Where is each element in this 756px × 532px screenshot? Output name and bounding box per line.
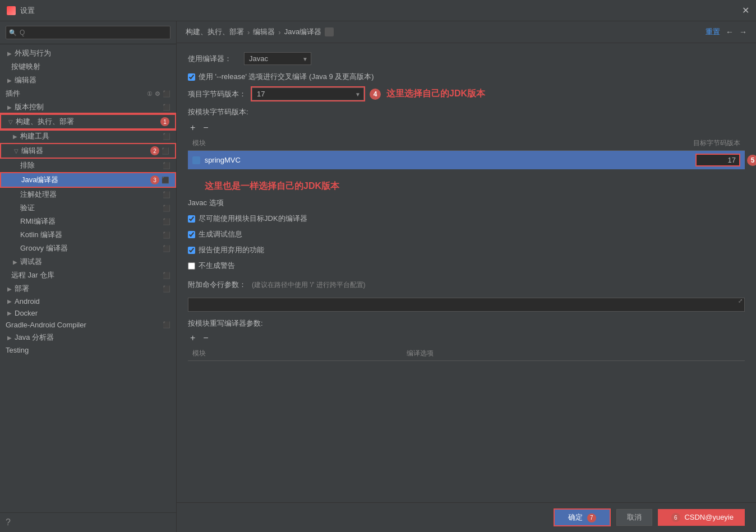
arrow-icon: ▶ (6, 309, 13, 317)
sidebar-item-testing[interactable]: Testing (0, 344, 176, 356)
project-bytecode-select[interactable]: 8 11 17 21 (252, 87, 364, 100)
search-input[interactable] (6, 26, 170, 39)
csdn-button[interactable]: 6 CSDN@yueyie (658, 509, 745, 526)
sidebar-item-gradle-android[interactable]: Gradle-Android Compiler ⬛ (0, 319, 176, 331)
sidebar-item-label: 编辑器 (21, 146, 148, 156)
module-name: springMVC (205, 156, 241, 164)
remove-module-button[interactable]: − (201, 123, 210, 133)
no-warnings-checkbox[interactable] (188, 262, 195, 270)
annotation-7-badge: 7 (587, 514, 596, 522)
panel-actions: 重置 ← → (706, 27, 747, 37)
title-bar: 设置 ✕ (0, 0, 756, 21)
vcs-icon: ⬛ (163, 104, 170, 111)
nav-forward-button[interactable]: → (739, 27, 747, 36)
sidebar-item-label: 构建工具 (20, 131, 160, 141)
sidebar-item-annotation-processor[interactable]: 注解处理器 ⬛ (0, 188, 176, 201)
sidebar-item-remote-jar-repo[interactable]: 远程 Jar 仓库 ⬛ (0, 269, 176, 282)
module-version-input[interactable] (695, 154, 740, 166)
csdn-label: CSDN@yueyie (684, 513, 734, 521)
override-module-col-header: 模块 (188, 346, 402, 361)
window-title: 设置 (20, 6, 35, 16)
build-tools-icon: ⬛ (163, 133, 170, 140)
reset-button[interactable]: 重置 (706, 27, 720, 37)
sidebar-item-appearance[interactable]: ▶ 外观与行为 (0, 47, 176, 60)
release-checkbox-row: 使用 '--release' 选项进行交叉编译 (Java 9 及更高版本) (188, 72, 745, 82)
use-module-jdk-checkbox[interactable] (188, 215, 195, 223)
override-table-controls: + − (188, 333, 745, 343)
sidebar-item-java-compiler[interactable]: Java编译器 3 ⬛ (0, 172, 176, 188)
sidebar-item-debugger[interactable]: ▶ 调试器 (0, 255, 176, 269)
sidebar-item-build-tools[interactable]: ▶ 构建工具 ⬛ (0, 129, 176, 143)
cancel-button[interactable]: 取消 (616, 509, 652, 526)
sidebar-item-editor[interactable]: ▶ 编辑器 (0, 73, 176, 87)
module-cell: springMVC (188, 151, 469, 170)
sidebar-item-compiler-group[interactable]: ▽ 编辑器 2 ⬛ (0, 143, 176, 159)
sidebar-item-vcs[interactable]: ▶ 版本控制 ⬛ (0, 100, 176, 114)
sidebar-tree: ▶ 外观与行为 按键映射 ▶ 编辑器 插件 ① ⚙ ⬛ (0, 44, 176, 512)
sidebar-item-label: Groovy 编译器 (20, 243, 160, 253)
search-wrapper: 🔍 (6, 26, 170, 39)
compiler-label: 使用编译器： (188, 54, 238, 64)
sidebar-item-label: Java编译器 (21, 175, 148, 185)
close-button[interactable]: ✕ (742, 5, 749, 16)
javac-option-no-warnings: 不生成警告 (188, 261, 745, 271)
javac-section: Javac 选项 尽可能使用模块目标JDK的编译器 生成调试信息 报告使用弃用的… (188, 198, 745, 271)
compiler-select[interactable]: Javac Eclipse Ajc (244, 52, 311, 65)
compiler-group-icon: ⬛ (162, 147, 169, 155)
badge-1: 1 (160, 117, 169, 126)
report-deprecated-label: 报告使用弃用的功能 (199, 245, 264, 255)
arrow-icon: ▶ (6, 298, 13, 306)
sidebar-item-plugins[interactable]: 插件 ① ⚙ ⬛ (0, 87, 176, 100)
additional-args-row: 附加命令行参数： (建议在路径中使用 '/' 进行跨平台配置) (188, 280, 745, 290)
sidebar-item-label: Android (15, 297, 170, 306)
sidebar-item-docker[interactable]: ▶ Docker (0, 307, 176, 319)
sidebar-item-label: 部署 (15, 284, 160, 294)
javac-section-title: Javac 选项 (188, 198, 745, 208)
sidebar-item-build-exec-deploy[interactable]: ▽ 构建、执行、部署 1 (0, 114, 176, 129)
sidebar-item-android[interactable]: ▶ Android (0, 295, 176, 307)
kotlin-icon: ⬛ (163, 232, 170, 239)
sidebar-item-groovy-compiler[interactable]: Groovy 编译器 ⬛ (0, 242, 176, 255)
add-override-button[interactable]: + (188, 333, 197, 343)
java-compiler-icon: ⬛ (162, 177, 169, 184)
valid-icon: ⬛ (163, 205, 170, 212)
javac-option-generate-debug: 生成调试信息 (188, 229, 745, 239)
plugin-icon3: ⬛ (163, 90, 170, 98)
arrow-icon: ▶ (6, 49, 13, 57)
breadcrumb-part1: 构建、执行、部署 (186, 27, 244, 37)
compiler-select-row: 使用编译器： Javac Eclipse Ajc ▼ (188, 52, 745, 65)
sidebar-item-exclude[interactable]: 排除 ⬛ (0, 159, 176, 172)
sidebar-item-deployment[interactable]: ▶ 部署 ⬛ (0, 282, 176, 295)
ok-button[interactable]: 确定 7 (554, 508, 611, 526)
generate-debug-checkbox[interactable] (188, 231, 195, 238)
sidebar-item-rmi-compiler[interactable]: RMI编译器 ⬛ (0, 215, 176, 228)
sidebar-item-label: 按键映射 (11, 62, 170, 72)
version-cell: 5 (469, 151, 745, 170)
search-icon: 🔍 (9, 29, 17, 36)
sidebar-item-label: 编辑器 (15, 75, 170, 85)
panel-body: 使用编译器： Javac Eclipse Ajc ▼ 使用 '--release… (177, 43, 756, 502)
help-icon[interactable]: ? (6, 517, 11, 527)
override-table: 模块 编译选项 (188, 346, 745, 361)
table-row[interactable]: springMVC 5 (188, 151, 745, 170)
nav-back-button[interactable]: ← (726, 27, 734, 36)
arrow-icon: ▽ (7, 118, 15, 126)
report-deprecated-checkbox[interactable] (188, 247, 195, 254)
sidebar-item-label: Testing (6, 346, 29, 354)
sidebar-item-label: 版本控制 (15, 102, 160, 112)
additional-args-input[interactable] (188, 298, 745, 312)
release-checkbox[interactable] (188, 73, 195, 81)
add-module-button[interactable]: + (188, 123, 197, 133)
sidebar-item-validation[interactable]: 验证 ⬛ (0, 201, 176, 215)
sidebar-item-keymap[interactable]: 按键映射 (0, 60, 176, 73)
panel-footer: 确定 7 取消 6 CSDN@yueyie (177, 502, 756, 532)
sidebar-item-label: 注解处理器 (20, 189, 160, 200)
remove-override-button[interactable]: − (201, 333, 210, 343)
breadcrumb-sep2: › (278, 28, 280, 36)
javac-option-report-deprecated: 报告使用弃用的功能 (188, 245, 745, 255)
plugin-icon2: ⚙ (155, 90, 160, 98)
sidebar-item-java-analyzer[interactable]: ▶ Java 分析器 (0, 331, 176, 344)
expand-icon: ⤢ (738, 298, 743, 304)
sidebar-item-kotlin-compiler[interactable]: Kotlin 编译器 ⬛ (0, 228, 176, 242)
compiler-select-wrapper: Javac Eclipse Ajc ▼ (244, 52, 311, 65)
